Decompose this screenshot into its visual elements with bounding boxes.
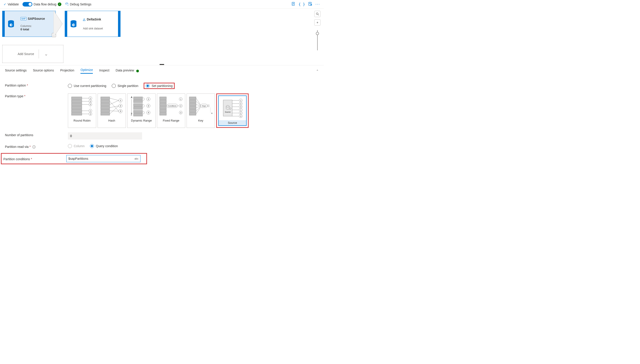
svg-rect-33 <box>101 106 110 109</box>
sink-sub: Add sink dataset <box>83 27 115 30</box>
num-partitions-label: Number of partitions <box>5 133 33 137</box>
svg-text:1: 1 <box>180 98 181 100</box>
svg-text:Source: Source <box>225 111 231 113</box>
conditions-input[interactable]: $sapPartitions abc <box>66 155 141 162</box>
svg-rect-75 <box>189 112 196 115</box>
sink-node[interactable]: △DeltaSink Add sink dataset <box>65 11 121 37</box>
card-key[interactable]: Keysn Key <box>187 94 215 128</box>
radio-set-partitioning[interactable]: Set partitioning <box>146 84 172 88</box>
svg-text:1: 1 <box>240 109 241 111</box>
svg-text:2: 2 <box>90 100 91 102</box>
radio-query-condition[interactable]: Query condition <box>90 144 118 148</box>
chevron-down-icon: ⌄ <box>39 50 48 58</box>
svg-text:3: 3 <box>90 113 91 115</box>
card-dynamic-range[interactable]: AZ123 Dynamic Range <box>127 94 156 128</box>
required-icon: * <box>27 84 28 87</box>
svg-rect-13 <box>72 97 82 100</box>
svg-text:3: 3 <box>90 104 91 106</box>
debug-settings-button[interactable]: Debug Settings <box>65 2 92 6</box>
svg-rect-74 <box>189 110 196 112</box>
zoom-in-button[interactable]: + <box>314 19 321 26</box>
sink-title: DeltaSink <box>87 18 101 21</box>
svg-rect-57 <box>160 100 166 103</box>
node-accent <box>3 11 5 36</box>
card-label: Key <box>197 118 204 123</box>
validate-button[interactable]: ✓ Validate <box>4 2 19 6</box>
radio-label: Query condition <box>96 144 118 148</box>
radio-single-partition[interactable]: Single partition <box>112 84 139 88</box>
svg-rect-18 <box>72 112 82 115</box>
svg-text:2: 2 <box>240 103 241 105</box>
radio-label: Single partition <box>118 84 139 88</box>
db-sink-icon <box>67 20 80 28</box>
svg-rect-35 <box>101 112 110 115</box>
tab-data-preview[interactable]: Data preview <box>116 68 134 74</box>
svg-rect-70 <box>189 97 196 100</box>
svg-point-12 <box>316 13 318 14</box>
svg-rect-17 <box>72 110 82 112</box>
svg-text:3: 3 <box>240 106 241 108</box>
svg-rect-49 <box>134 114 143 116</box>
highlight-source-card: Source123123 Source <box>216 94 249 128</box>
more-icon[interactable]: ··· <box>315 2 320 6</box>
card-label: Fixed Range <box>162 118 180 123</box>
svg-rect-32 <box>101 103 110 106</box>
conditions-value: $sapPartitions <box>68 157 88 160</box>
svg-rect-79 <box>223 100 232 116</box>
svg-text:Z: Z <box>131 113 132 116</box>
add-source-button[interactable]: Add Source ⌄ <box>2 45 63 63</box>
radio-current-partitioning[interactable]: Use current partitioning <box>68 84 106 88</box>
svg-text:2: 2 <box>240 112 241 114</box>
tab-inspect[interactable]: Inspect <box>99 68 109 74</box>
svg-text:3: 3 <box>180 112 181 114</box>
info-icon[interactable]: i <box>32 146 36 148</box>
source-columns-value: 0 total <box>21 28 52 31</box>
card-label: Hash <box>108 118 116 123</box>
tab-projection[interactable]: Projection <box>60 68 74 74</box>
debug-settings-label: Debug Settings <box>70 2 92 6</box>
debug-toggle[interactable] <box>23 2 32 6</box>
svg-text:1: 1 <box>240 100 241 102</box>
partition-option-label: Partition option <box>5 84 26 87</box>
svg-rect-73 <box>189 106 196 109</box>
svg-rect-30 <box>101 97 110 100</box>
card-source[interactable]: Source123123 Source <box>218 96 247 126</box>
tab-optimize[interactable]: Optimize <box>81 68 93 74</box>
slider-thumb[interactable] <box>316 32 319 35</box>
radio-column: Column <box>68 144 85 148</box>
card-hash[interactable]: 123 Hash <box>98 94 126 128</box>
radio-label: Column <box>74 144 85 148</box>
svg-text:n: n <box>211 112 212 114</box>
settings-refresh-icon <box>65 2 69 6</box>
svg-text:3: 3 <box>120 110 121 112</box>
svg-text:Keys: Keys <box>202 105 206 107</box>
required-icon: * <box>30 145 31 148</box>
sap-icon: SAP <box>21 17 27 20</box>
card-round-robin[interactable]: 123⋮13 Round Robin <box>68 94 96 128</box>
svg-text:2: 2 <box>120 105 121 107</box>
add-source-label: Add Source <box>18 52 34 56</box>
source-node[interactable]: SAPSAPSource Columns: 0 total + <box>2 11 56 37</box>
tab-source-settings[interactable]: Source settings <box>5 68 27 74</box>
num-partitions-input[interactable] <box>68 132 142 140</box>
svg-text:3: 3 <box>148 112 149 114</box>
collapse-panel-icon[interactable]: ⌃ <box>316 69 319 73</box>
expr-type-badge: abc <box>135 157 139 160</box>
properties-icon[interactable] <box>308 2 312 6</box>
script-icon[interactable] <box>291 2 295 6</box>
card-fixed-range[interactable]: Conditions123 Fixed Range <box>157 94 185 128</box>
read-via-label: Partition read via <box>5 145 29 148</box>
braces-icon[interactable]: { } <box>299 2 305 6</box>
svg-point-0 <box>66 3 68 4</box>
search-button[interactable] <box>314 11 321 17</box>
svg-text:1: 1 <box>90 97 91 99</box>
svg-text:2: 2 <box>180 105 181 107</box>
preview-status-icon <box>136 70 139 72</box>
zoom-slider[interactable] <box>317 30 318 50</box>
svg-text:Conditions: Conditions <box>168 105 177 107</box>
svg-rect-47 <box>134 107 143 110</box>
highlight-set-partitioning: Set partitioning <box>144 83 175 89</box>
svg-rect-72 <box>189 103 196 106</box>
validate-label: Validate <box>8 2 19 6</box>
tab-source-options[interactable]: Source options <box>33 68 54 74</box>
